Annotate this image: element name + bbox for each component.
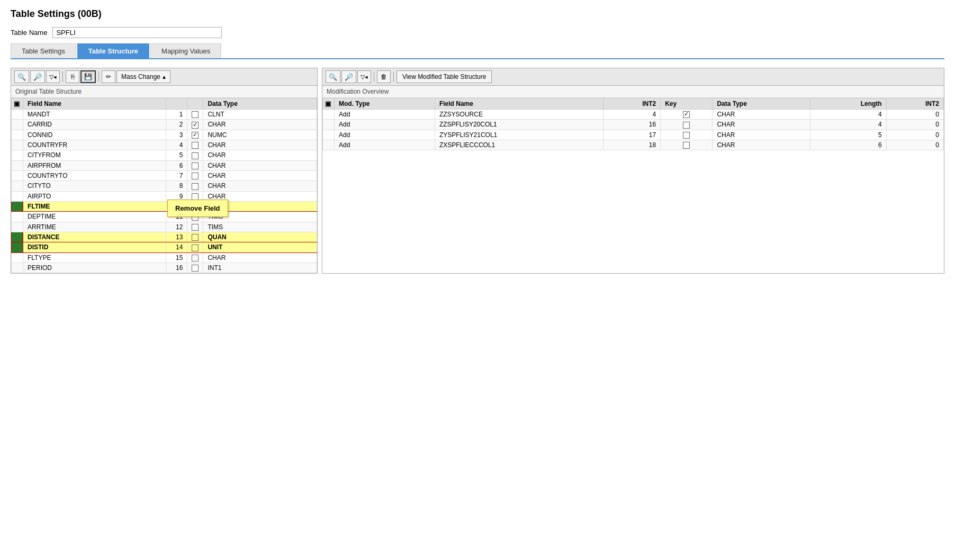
- right-key-cell[interactable]: [661, 140, 713, 150]
- right-table-row[interactable]: AddZZSYSOURCE4CHAR40: [323, 110, 944, 120]
- mass-change-button[interactable]: Mass Change ▴: [116, 70, 170, 83]
- right-key-checkbox[interactable]: [683, 122, 690, 129]
- data-type-cell: CLNT: [203, 110, 317, 120]
- left-table-row[interactable]: MANDT1CLNT: [12, 110, 317, 120]
- row-indicator-cell: [12, 222, 23, 232]
- key-checkbox-cell[interactable]: [187, 160, 203, 170]
- tab-table-settings[interactable]: Table Settings: [11, 43, 76, 58]
- key-checkbox[interactable]: [192, 162, 199, 169]
- remove-field-popup[interactable]: Remove Field: [167, 200, 228, 217]
- find-button[interactable]: 🔍: [14, 70, 29, 83]
- left-table-row[interactable]: PERIOD16INT1: [12, 263, 317, 273]
- right-key-checkbox[interactable]: [683, 142, 690, 149]
- left-table-row[interactable]: CARRID2CHAR: [12, 120, 317, 130]
- left-table-row[interactable]: FLTIME10INT4: [12, 201, 317, 211]
- key-checkbox-cell[interactable]: [187, 170, 203, 180]
- key-checkbox-cell[interactable]: [187, 120, 203, 130]
- key-checkbox-cell[interactable]: [187, 242, 203, 252]
- key-checkbox[interactable]: [192, 183, 199, 190]
- right-key-checkbox[interactable]: [683, 132, 690, 139]
- right-field-name-cell: ZXSPFLIECCCOL1: [435, 140, 603, 150]
- tab-table-structure[interactable]: Table Structure: [77, 43, 149, 58]
- left-table-row[interactable]: COUNTRYFR4CHAR: [12, 140, 317, 150]
- right-col-mod-type: Mod. Type: [335, 98, 435, 110]
- key-checkbox[interactable]: [192, 132, 199, 139]
- save-button[interactable]: 💾: [80, 70, 96, 83]
- field-num-cell: 12: [166, 222, 187, 232]
- key-checkbox-cell[interactable]: [187, 140, 203, 150]
- view-modified-button[interactable]: View Modified Table Structure: [397, 70, 492, 83]
- export-button[interactable]: ⎘: [66, 70, 79, 83]
- col-header-field-name: Field Name: [23, 98, 166, 110]
- field-name-cell: COUNTRYTO: [23, 170, 166, 180]
- key-checkbox-cell[interactable]: [187, 232, 203, 242]
- right-data-type-cell: CHAR: [713, 130, 810, 140]
- key-checkbox-cell[interactable]: [187, 263, 203, 273]
- left-table-row[interactable]: COUNTRYTO7CHAR: [12, 170, 317, 180]
- key-checkbox[interactable]: [192, 224, 199, 231]
- right-table-row[interactable]: AddZZSPFLISY20COL116CHAR40: [323, 120, 944, 130]
- key-checkbox[interactable]: [192, 245, 199, 251]
- data-type-cell: CHAR: [203, 150, 317, 160]
- left-panel-subtitle: Original Table Structure: [11, 86, 317, 98]
- right-filter-button[interactable]: ▽◂: [357, 70, 371, 83]
- left-table-row[interactable]: DEPTIME11TIMS: [12, 212, 317, 222]
- field-num-cell: 14: [166, 242, 187, 252]
- left-table-row[interactable]: FLTYPE15CHAR: [12, 252, 317, 263]
- data-type-cell: INT1: [203, 263, 317, 273]
- find-next-button[interactable]: 🔎: [30, 70, 45, 83]
- filter-button[interactable]: ▽◂: [46, 70, 60, 83]
- right-find-button[interactable]: 🔍: [326, 70, 340, 83]
- right-table-row[interactable]: AddZYSPFLISY21COL117CHAR50: [323, 130, 944, 140]
- length-cell: 6: [810, 140, 886, 150]
- key-checkbox-cell[interactable]: [187, 181, 203, 191]
- edit-button[interactable]: ✏: [102, 70, 115, 83]
- tab-mapping-values[interactable]: Mapping Values: [150, 43, 221, 58]
- right-field-name-cell: ZZSYSOURCE: [435, 110, 603, 120]
- length-cell: 4: [810, 120, 886, 130]
- right-delete-button[interactable]: 🗑: [377, 70, 391, 83]
- key-checkbox-cell[interactable]: [187, 130, 203, 140]
- left-table-row[interactable]: CITYTO8CHAR: [12, 181, 317, 191]
- right-key-checkbox[interactable]: [683, 111, 690, 118]
- key-checkbox[interactable]: [192, 152, 199, 159]
- page-container: Table Settings (00B) Table Name Table Se…: [0, 0, 955, 560]
- right-key-cell[interactable]: [661, 130, 713, 140]
- right-key-cell[interactable]: [661, 120, 713, 130]
- key-checkbox-cell[interactable]: [187, 222, 203, 232]
- left-table-row[interactable]: AIRPTO9CHAR: [12, 191, 317, 201]
- key-checkbox-cell[interactable]: [187, 150, 203, 160]
- key-checkbox[interactable]: [192, 234, 199, 241]
- separator-2: [98, 71, 99, 82]
- key-checkbox[interactable]: [192, 142, 199, 149]
- table-name-input[interactable]: [52, 27, 222, 38]
- right-table-row[interactable]: AddZXSPFLIECCCOL118CHAR60: [323, 140, 944, 150]
- row-indicator-cell: [12, 140, 23, 150]
- left-table-row[interactable]: CONNID3NUMC: [12, 130, 317, 140]
- key-checkbox-cell[interactable]: [187, 110, 203, 120]
- key-checkbox[interactable]: [192, 173, 199, 179]
- left-table-row[interactable]: CITYFROM5CHAR: [12, 150, 317, 160]
- right-key-cell[interactable]: [661, 110, 713, 120]
- right-table-wrap[interactable]: ▣ Mod. Type Field Name INT2 Key Data Typ…: [322, 98, 944, 150]
- key-checkbox[interactable]: [192, 122, 199, 129]
- left-table-row[interactable]: ARRTIME12TIMS: [12, 222, 317, 232]
- key-checkbox[interactable]: [192, 193, 199, 200]
- key-checkbox[interactable]: [192, 255, 199, 261]
- row-indicator-cell: [12, 263, 23, 273]
- left-table-row[interactable]: DISTANCE13QUAN: [12, 232, 317, 242]
- right-find-next-button[interactable]: 🔎: [341, 70, 356, 83]
- data-type-cell: CHAR: [203, 170, 317, 180]
- table-name-row: Table Name: [11, 27, 944, 38]
- left-table-row[interactable]: DISTID14UNIT: [12, 242, 317, 252]
- left-table-row[interactable]: AIRPFROM6CHAR: [12, 160, 317, 170]
- data-type-cell: TIMS: [203, 222, 317, 232]
- right-col-length: Length: [810, 98, 886, 110]
- key-checkbox[interactable]: [192, 265, 199, 272]
- left-panel: 🔍 🔎 ▽◂ ⎘ 💾 ✏: [11, 68, 318, 274]
- int2-cell: 4: [603, 110, 660, 120]
- data-type-cell: CHAR: [203, 140, 317, 150]
- left-table-wrap[interactable]: ▣ Field Name Data Type MANDT1CLNTCARRID2…: [11, 98, 317, 273]
- key-checkbox-cell[interactable]: [187, 252, 203, 263]
- key-checkbox[interactable]: [192, 111, 199, 118]
